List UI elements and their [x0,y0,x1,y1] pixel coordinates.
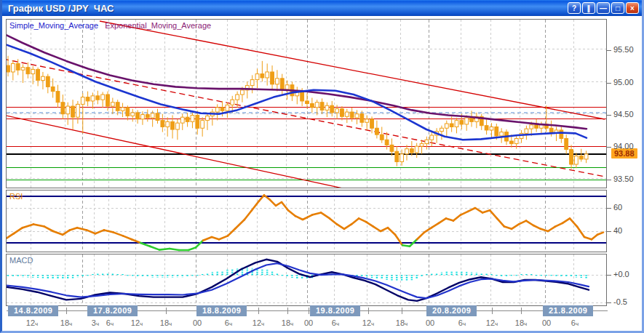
date-badge-19.8.2009: 19.8.2009 [310,305,360,316]
hour-label-18: 18ч [282,318,293,327]
hour-label-12: 12ч [26,318,38,327]
date-badge-14.8.2009: 14.8.2009 [8,305,58,316]
time-tick [258,308,259,314]
price-chart-panel: Simple_Moving_Average Exponential_Moving… [6,19,607,188]
time-tick [402,308,402,314]
hour-label-00: 00 [193,318,202,327]
time-tick [368,308,369,314]
legend-sma: Simple_Moving_Average [9,21,98,30]
window-title: График USD /JPY ЧАС [8,3,568,14]
rsi-label: RSI [9,192,23,201]
price-tick-94.00: 94.00 [607,142,634,151]
rsi-tick-60: 60 [607,203,622,212]
hour-label-18: 18ч [60,318,72,327]
date-badge-20.8.2009: 20.8.2009 [426,305,477,316]
time-tick [492,308,493,314]
rsi-canvas[interactable] [7,190,606,252]
macd-canvas[interactable] [7,254,606,305]
time-tick [309,308,309,314]
minimize-button[interactable]: — [597,2,610,14]
pause-button[interactable]: ∥ [582,2,595,14]
hour-label-6: 6ч [332,318,339,327]
hour-label-00: 00 [542,318,551,327]
hour-label-12: 12ч [486,318,498,327]
rsi-tick-40: 40 [607,226,622,235]
time-tick [166,308,167,314]
hour-label-00: 00 [426,318,434,327]
macd-label: MACD [9,256,33,265]
hour-label-18: 18ч [515,318,527,327]
price-tick-95.50: 95.50 [607,45,634,54]
price-axis: 93.88 95.5095.0094.5094.0093.506040+0.0-… [607,16,644,331]
price-tick-93.50: 93.50 [607,174,634,183]
chart-client-area: Simple_Moving_Average Exponential_Moving… [2,16,642,331]
close-button[interactable]: × [626,2,639,14]
titlebar[interactable]: График USD /JPY ЧАС ?∥—□× [2,0,642,16]
hour-label-12: 12ч [253,318,264,327]
hour-label-12: 12ч [362,318,374,327]
date-badge-18.8.2009: 18.8.2009 [196,305,247,316]
indicator-legend: Simple_Moving_Average Exponential_Moving… [9,21,211,30]
hour-label-18: 18ч [396,318,408,327]
help-button[interactable]: ? [568,2,581,14]
date-badge-17.8.2009: 17.8.2009 [87,305,138,316]
time-tick [521,308,522,314]
time-axis: 12ч18ч3ч6ч12ч18ч006ч12ч18ч006ч12ч18ч006ч… [2,304,644,331]
chart-window: График USD /JPY ЧАС ?∥—□× Simple_Moving_… [0,0,644,333]
macd-panel: MACD [6,254,607,306]
macd-tick-+0.0: +0.0 [607,270,629,278]
date-badge-21.8.2009: 21.8.2009 [543,305,593,316]
legend-ema: Exponential_Moving_Average [105,21,211,30]
rsi-panel: RSI [6,190,607,252]
hour-label-18: 18ч [160,318,172,327]
hour-label-6: 6ч [106,318,114,327]
price-chart-canvas[interactable] [7,20,606,188]
price-tick-95.00: 95.00 [607,78,634,87]
hour-label-6: 6ч [458,318,466,327]
maximize-button[interactable]: □ [611,2,624,14]
titlebar-buttons: ?∥—□× [568,2,639,14]
price-tick-94.50: 94.50 [607,110,634,119]
hour-label-6: 6ч [571,318,579,327]
hour-label-6: 6ч [225,318,232,327]
time-tick [66,308,67,314]
hour-label-3: 3ч [92,318,99,327]
hour-label-12: 12ч [131,318,143,327]
hour-label-00: 00 [304,318,313,327]
time-tick [287,308,288,314]
